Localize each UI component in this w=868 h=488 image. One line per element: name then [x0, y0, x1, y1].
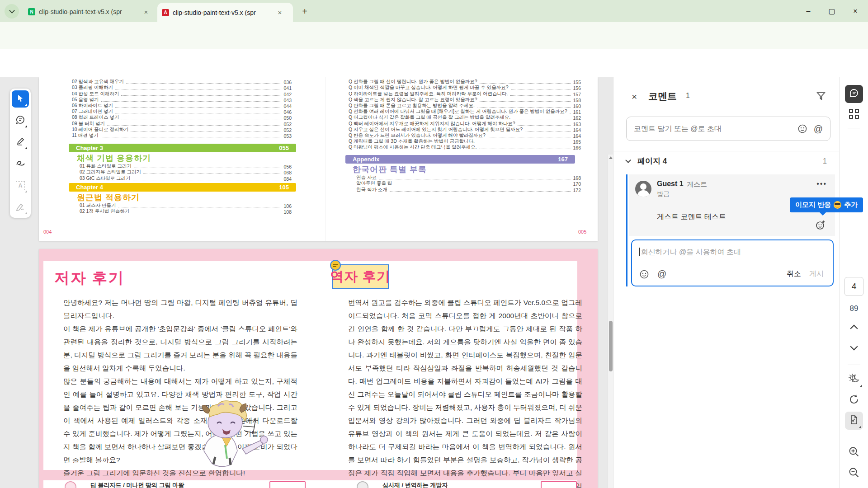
window-close-button[interactable]: × — [844, 0, 867, 22]
window-minimize-button[interactable]: – — [797, 0, 820, 22]
pdf-page-3-toc: 02 밑색과 고유색 채우기03603 클리핑 이해하기04104 합성 모드 … — [39, 77, 598, 241]
zoom-out-button[interactable] — [840, 467, 868, 480]
toc-item: 연습 자료168 — [356, 175, 581, 181]
pdf-viewer-area: 02 밑색과 고유색 채우기03603 클리핑 이해하기04104 합성 모드 … — [0, 77, 613, 488]
emoji-icon[interactable] — [639, 269, 649, 279]
chapter4-items: 01 퍼스자 만들기10602 1점 투시법 연습하기108 — [80, 203, 292, 215]
draw-tool[interactable] — [12, 155, 29, 173]
new-comment-input[interactable]: 코멘트 달기 또는 @로 초대 @ — [626, 117, 830, 141]
tab-label: clip-studio-paint-text-v5.x (spr — [173, 9, 272, 16]
zoom-out-icon — [848, 467, 860, 480]
filter-icon[interactable] — [816, 91, 826, 103]
chevron-down-icon — [9, 8, 15, 14]
total-pages-label: 89 — [840, 304, 868, 313]
toc-qa-list: Q 선화를 그릴 때 선이 떨립니다. 뭔가 좋은 방법이 없을까요?155Q … — [349, 79, 581, 150]
toc-item: Q 벡터 레이어에서 지우개로 매끗하게 지워지지 않습니다. 어떻게 해야 하… — [349, 121, 581, 127]
naver-mybox-icon: N — [28, 8, 35, 15]
zoom-in-button[interactable] — [840, 446, 868, 460]
previous-page-button[interactable] — [840, 326, 868, 331]
window-maximize-button[interactable]: ▢ — [820, 0, 844, 22]
document-scrollbar[interactable] — [608, 155, 613, 488]
chevron-up-icon — [850, 325, 858, 333]
toc-item: Q 하이라이트를 넣는 요령을 알려주세요. 특히 머리카락 부분이 어렵습니다… — [349, 91, 581, 97]
fountain-pen-icon — [15, 202, 25, 213]
toc-item: 08 컬러 트레이스 넣기050 — [72, 115, 292, 121]
comments-panel-toggle[interactable] — [840, 85, 868, 103]
toc-item: Q 만화를 그릴 때 톤을 고르고 활용하는 방법을 알려 주세요.160 — [349, 103, 581, 109]
text-box-tool[interactable]: A — [12, 177, 29, 194]
translator-afterword-text: 번역서 원고를 검수하는 와중에 클립 스튜디오 페인트가 Ver.5.0으로 … — [348, 296, 582, 488]
divider — [848, 128, 860, 128]
toc-item: Q 머그컵이나 식기 같은 잡화를 그릴 때 곡선을 잘 그리는 방법을 알려주… — [349, 115, 581, 121]
cancel-button[interactable]: 취소 — [787, 269, 801, 279]
select-tool[interactable] — [12, 90, 29, 108]
fit-page-icon — [849, 415, 859, 427]
comment-author-role: 게스트 — [687, 180, 707, 189]
tab-close-icon[interactable]: × — [142, 8, 150, 16]
toc-item: 07 그러데이션 넣기046 — [72, 109, 292, 115]
toc-item: Q 캐릭터를 그릴 때 3D 소재를 활용하는 방법이 궁금합니다.165 — [349, 139, 581, 145]
paragraph: 안녕하세요? 저는 머나먼 땅의 그림 마왕, 디지털 페인팅 버츄얼 유튜버,… — [63, 296, 297, 322]
appendix-title: 한국어판 특별 부록 — [353, 164, 427, 175]
translator-credit: 심사재 / 번역하는 개발자 — [382, 481, 448, 488]
reply-placeholder: 회신하거나 @을 사용하여 초대 — [641, 248, 741, 256]
toc-item: 02 밑색과 고유색 채우기036 — [72, 79, 292, 85]
comment-tool[interactable] — [12, 112, 29, 129]
scroll-up-arrow[interactable] — [609, 156, 613, 159]
chapter4-label: Chapter 4 — [76, 184, 103, 191]
current-page-input[interactable]: 4 — [844, 277, 863, 296]
tab-search-button[interactable] — [5, 4, 19, 19]
highlighted-text-annotation[interactable]: 역자 후기 — [332, 264, 389, 289]
add-reaction-icon[interactable] — [815, 220, 826, 232]
new-tab-button[interactable]: + — [298, 5, 311, 18]
highlight-tool[interactable] — [12, 134, 29, 151]
toc-item: 01 퍼스자 만들기106 — [80, 203, 292, 209]
next-page-button[interactable] — [840, 347, 868, 349]
page-4-section-header[interactable]: 페이지 4 1 — [613, 151, 840, 171]
tab-close-icon[interactable]: × — [276, 9, 284, 16]
appendix-items: 연습 자료168알아두면 좋을 팁170한국 작가 소개172 — [356, 175, 581, 193]
signature-tool[interactable] — [12, 199, 29, 216]
reply-input[interactable]: 회신하거나 @을 사용하여 초대 @ 취소 게시 — [631, 239, 834, 286]
comment-bubble-icon — [849, 88, 859, 100]
chapter3-title: 채색 기법 응용하기 — [77, 153, 151, 164]
comment-annotation-icon[interactable] — [330, 260, 341, 271]
divider — [323, 261, 323, 470]
page-thumbnails-toggle[interactable] — [840, 109, 868, 119]
acrobat-toolbar: A 도구 편집 변환 전자 서명 ↶ ↷ clip-studio-p... ••… — [0, 49, 868, 77]
dark-mode-button[interactable] — [840, 372, 868, 385]
chapter3-label: Chapter 3 — [76, 145, 103, 151]
author-avatar — [65, 481, 76, 488]
author-badge-box — [269, 481, 306, 488]
browser-tab-2-active[interactable]: A clip-studio-paint-text-v5.x (spr × — [157, 3, 293, 22]
comment-bubble-icon — [15, 115, 25, 127]
close-panel-icon[interactable]: × — [632, 91, 637, 102]
sun-moon-icon — [848, 372, 860, 385]
rotate-page-button[interactable] — [840, 394, 868, 407]
chapter4-title: 원근법 적용하기 — [77, 192, 140, 203]
mention-icon[interactable]: @ — [814, 124, 823, 134]
guest-avatar — [635, 181, 651, 197]
toc-item: Q 선화를 여러 레이어에 나눠서 그렸을 때 [채우기]로 칠하는 게 어렵습… — [349, 109, 581, 115]
toc-item: 한국 작가 소개172 — [356, 187, 581, 192]
translator-afterword-heading: 역자 후기 — [330, 267, 390, 286]
comment-thread: Guest 1 게스트 방금 ••• 게스트 코멘트 테스트 회신하거나 @을 … — [626, 174, 835, 286]
chevron-down-icon — [625, 157, 631, 163]
emoji-icon[interactable] — [797, 124, 807, 134]
appendix-bar: Appendix 167 — [345, 155, 575, 164]
toc-item: 09 볼 터치 넣기052 — [72, 121, 292, 127]
browser-tab-1[interactable]: N clip-studio-paint-text-v5.x (spr × — [24, 4, 156, 20]
fit-page-button[interactable] — [840, 412, 868, 430]
divider — [325, 77, 326, 241]
paragraph: 번역서 원고를 검수하는 와중에 클립 스튜디오 페인트가 Ver.5.0으로 … — [348, 296, 582, 488]
scrollbar-thumb[interactable] — [609, 321, 613, 371]
text-box-icon: A — [16, 181, 25, 190]
zoom-in-icon — [848, 446, 860, 460]
rotate-icon — [848, 394, 860, 407]
comment-options-icon[interactable]: ••• — [816, 180, 827, 188]
post-button[interactable]: 게시 — [809, 269, 824, 279]
author-credit: 딥 블리자드 / 머나먼 땅의 그림 마왕 — [90, 481, 184, 488]
mascot-character-illustration — [175, 394, 278, 469]
mention-icon[interactable]: @ — [657, 269, 666, 279]
toc-item: 05 음영 넣기043 — [72, 97, 292, 103]
